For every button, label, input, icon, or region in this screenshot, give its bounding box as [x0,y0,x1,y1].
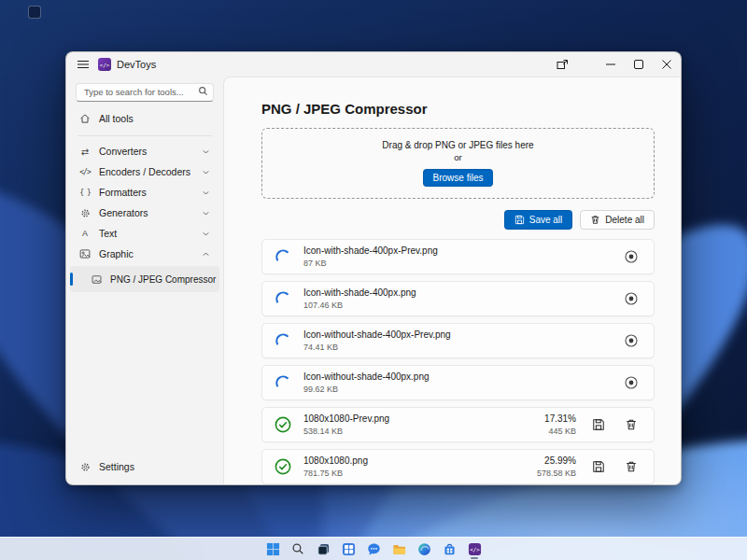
chat-button[interactable] [363,539,384,559]
file-size: 781.75 KB [303,469,368,478]
new-file-size: 578.58 KB [537,469,576,478]
start-button[interactable] [262,539,283,559]
progress-spinner-icon [274,331,292,350]
cancel-compression-button[interactable] [621,246,641,267]
cancel-compression-button[interactable] [621,330,641,351]
widgets-button[interactable] [338,539,359,559]
taskbar-search-button[interactable] [288,539,308,559]
store-icon [443,542,457,556]
sidebar-item-png-jpeg-compressor[interactable]: PNG / JPEG Compressor [70,266,219,292]
sidebar-item-label: Formatters [99,187,147,198]
sidebar-divider [78,135,212,136]
search-icon [291,542,304,555]
sidebar-item-formatters[interactable]: { } Formatters [70,182,219,203]
open-in-new-window-button[interactable] [548,52,576,77]
devtoys-window: </> DevToys [65,51,682,485]
sidebar-item-all-tools[interactable]: All tools [70,106,219,131]
nav-toggle-button[interactable] [70,53,96,76]
save-all-button[interactable]: Save all [504,210,573,230]
sidebar-item-generators[interactable]: Generators [70,203,219,223]
store-button[interactable] [439,539,459,559]
new-file-size: 445 KB [544,427,576,436]
file-size: 538.14 KB [303,427,389,436]
saved-percent: 17.31% [544,413,576,424]
chevron-down-icon [202,189,210,197]
trash-icon [625,418,638,431]
bulk-actions: Save all Delete all [261,210,655,230]
file-size: 107.46 KB [303,301,416,310]
file-name: Icon-without-shade-400px-Prev.png [303,329,451,340]
delete-file-button[interactable] [621,414,641,435]
close-icon [662,60,671,69]
file-size: 74.41 KB [303,343,451,352]
recycle-bin-icon[interactable] [28,6,41,19]
trash-icon [590,215,600,225]
sidebar-item-encoders-decoders[interactable]: </> Encoders / Decoders [70,161,219,182]
sidebar-item-label: All tools [99,113,134,124]
chat-icon [367,542,381,556]
browse-files-button[interactable]: Browse files [423,169,494,187]
formatters-icon: { } [78,189,92,197]
file-name: Icon-without-shade-400px.png [303,371,430,382]
graphic-icon [78,248,92,259]
delete-all-button[interactable]: Delete all [580,210,655,230]
chevron-up-icon [202,250,210,259]
save-icon [592,418,605,431]
sidebar-item-text[interactable]: A Text [70,223,219,244]
progress-spinner-icon [274,289,292,308]
sidebar-item-label: Graphic [99,248,134,259]
delete-all-label: Delete all [605,215,644,225]
task-view-button[interactable] [313,539,333,559]
image-compressor-icon [90,274,103,285]
cancel-compression-button[interactable] [621,372,641,393]
sidebar-item-converters[interactable]: ⇄ Converters [70,141,219,161]
minimize-icon [606,60,615,69]
titlebar: </> DevToys [66,52,681,77]
save-icon [592,460,605,473]
file-name: Icon-with-shade-400px.png [303,287,416,298]
file-explorer-button[interactable] [388,539,409,559]
file-dropzone[interactable]: Drag & drop PNG or JPEG files here or Br… [261,128,655,199]
file-name: 1080x1080-Prev.png [303,413,389,424]
search-input[interactable] [76,83,214,102]
record-stop-icon [624,375,639,390]
active-tool-label: PNG / JPEG Compressor [110,274,216,285]
cancel-compression-button[interactable] [621,288,641,309]
file-size: 87 KB [303,259,438,268]
edge-button[interactable] [414,539,434,559]
window-title: DevToys [117,59,156,70]
save-file-button[interactable] [588,414,609,435]
file-explorer-icon [392,542,406,556]
dropzone-text: Drag & drop PNG or JPEG files here [382,140,533,150]
text-icon: A [78,229,92,238]
sidebar-item-label: Encoders / Decoders [99,166,190,177]
success-check-icon [274,457,292,476]
progress-spinner-icon [274,373,292,392]
devtoys-taskbar-button[interactable]: </> [464,539,485,559]
taskbar: </> [0,537,747,560]
save-file-button[interactable] [588,456,609,477]
delete-file-button[interactable] [621,456,641,477]
record-stop-icon [624,291,639,306]
sidebar-item-label: Generators [99,207,148,218]
maximize-button[interactable] [625,52,653,77]
svg-text:</>: </> [470,547,480,553]
progress-spinner-icon [274,247,292,266]
save-icon [514,215,525,225]
task-view-icon [317,542,331,556]
chevron-down-icon [202,230,210,238]
edge-icon [417,542,431,556]
windows-logo-icon [266,542,280,556]
settings-label: Settings [99,461,134,472]
hamburger-icon [78,60,89,69]
browse-files-label: Browse files [433,173,484,183]
converters-icon: ⇄ [78,147,92,157]
record-stop-icon [624,249,639,264]
trash-icon [625,460,638,473]
sidebar-item-graphic[interactable]: Graphic [70,244,219,264]
minimize-button[interactable] [597,52,625,77]
main-content: PNG / JPEG Compressor Drag & drop PNG or… [223,77,681,484]
sidebar-item-settings[interactable]: Settings [70,455,219,479]
sidebar-item-label: Converters [99,146,147,157]
close-button[interactable] [653,52,681,77]
